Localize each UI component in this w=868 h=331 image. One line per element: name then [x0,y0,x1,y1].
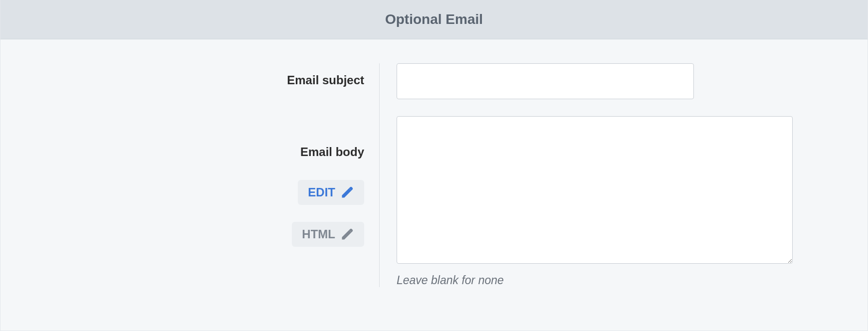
pencil-icon [340,227,354,241]
section-header: Optional Email [0,0,868,39]
inputs-column: Leave blank for none [380,63,793,287]
html-mode-button[interactable]: HTML [292,222,364,247]
email-body-textarea[interactable] [397,116,793,264]
form-content: Email subject Email body EDIT HTML [0,39,868,311]
html-mode-label: HTML [302,227,335,241]
labels-column: Email subject Email body EDIT HTML [75,63,380,287]
email-body-hint: Leave blank for none [397,274,793,287]
section-title: Optional Email [385,11,483,27]
email-body-label: Email body [300,145,364,159]
edit-mode-button[interactable]: EDIT [298,180,364,205]
pencil-icon [340,185,354,199]
email-subject-label: Email subject [287,73,364,87]
edit-mode-label: EDIT [308,185,335,199]
email-subject-input[interactable] [397,63,694,99]
